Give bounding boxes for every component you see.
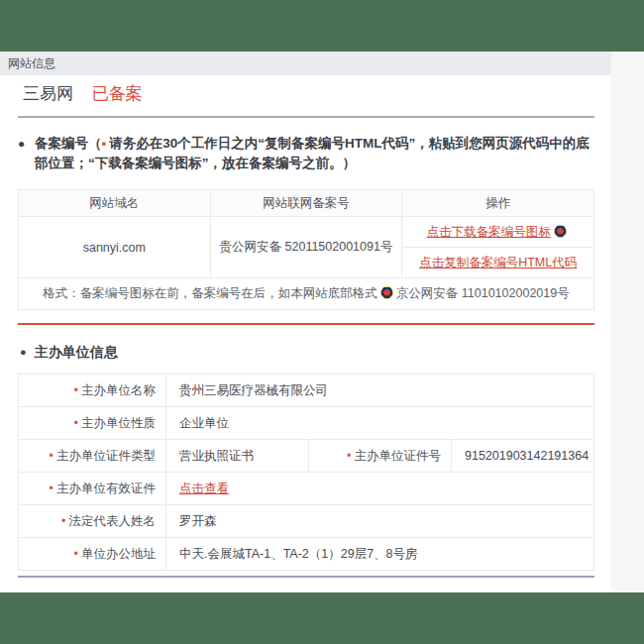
site-name: 三易网 (23, 84, 73, 103)
table-row: •单位办公地址 中天.会展城TA-1、TA-2（1）29层7、8号房 (19, 538, 594, 571)
divider-red (18, 323, 594, 325)
copy-html-link[interactable]: 点击复制备案编号HTML代码 (419, 256, 577, 269)
org-nature-label-cell: •主办单位性质 (19, 407, 166, 440)
col-header-domain: 网站域名 (19, 190, 211, 217)
red-dot-icon: • (74, 416, 78, 430)
office-address-label-cell: •单位办公地址 (19, 538, 166, 571)
site-info-card: 网站信息 三易网 已备案 ● 备案编号（•请务必在30个工作日之内“复制备案编号… (0, 52, 611, 592)
filing-status-badge: 已备案 (92, 84, 143, 103)
card-header: 网站信息 (0, 52, 611, 75)
domain-cell: sannyi.com (19, 217, 211, 278)
col-header-actions: 操作 (402, 190, 594, 217)
top-green-bar (0, 0, 644, 52)
org-nature-label: 主办单位性质 (81, 416, 156, 430)
cert-number-label: 主办单位证件号 (355, 449, 442, 463)
cert-number-value: 915201903142191364 (452, 440, 594, 473)
red-dot-icon: • (74, 547, 78, 561)
legal-rep-label: 法定代表人姓名 (69, 514, 157, 528)
filing-format-row: 格式：备案编号图标在前，备案编号在后，如本网站底部格式京公网安备 1101010… (19, 278, 594, 310)
cert-number-label-cell: •主办单位证件号 (309, 440, 452, 473)
bullet-icon: ● (18, 134, 25, 154)
valid-cert-label: 主办单位有效证件 (56, 482, 156, 495)
red-dot-icon: • (50, 449, 54, 463)
filing-table-header-row: 网站域名 网站联网备案号 操作 (19, 190, 594, 217)
cert-type-value: 营业执照证书 (166, 440, 309, 473)
organizer-section-title: ●主办单位信息 (18, 342, 594, 362)
cert-type-label-cell: •主办单位证件类型 (19, 440, 166, 473)
site-title-row: 三易网 已备案 (18, 83, 594, 105)
legal-rep-label-cell: •法定代表人姓名 (19, 505, 166, 538)
card-body: 三易网 已备案 ● 备案编号（•请务必在30个工作日之内“复制备案编号HTML代… (0, 83, 611, 578)
valid-cert-value-cell: 点击查看 (166, 473, 594, 505)
legal-rep-value: 罗开森 (166, 505, 594, 538)
card-header-title: 网站信息 (8, 56, 55, 70)
bullet-icon: ● (20, 346, 27, 358)
cert-type-label: 主办单位证件类型 (56, 449, 156, 463)
red-dot-icon: • (61, 514, 65, 528)
divider-blue (18, 576, 594, 578)
table-row: •主办单位名称 贵州三易医疗器械有限公司 (19, 375, 594, 407)
download-badge-link[interactable]: 点击下载备案编号图标 (427, 225, 551, 239)
table-row: •法定代表人姓名 罗开森 (19, 505, 594, 538)
filing-number-notice: ● 备案编号（•请务必在30个工作日之内“复制备案编号HTML代码”，粘贴到您网… (18, 134, 594, 173)
view-certificate-link[interactable]: 点击查看 (179, 482, 229, 495)
valid-cert-label-cell: •主办单位有效证件 (19, 473, 166, 505)
format-note-suffix: 京公网安备 11010102002019号 (396, 286, 570, 300)
red-dot-icon: • (102, 136, 107, 151)
red-dot-icon: • (74, 383, 78, 397)
filing-table: 网站域名 网站联网备案号 操作 sannyi.com 贵公网安备 5201150… (18, 189, 594, 310)
org-nature-value: 企业单位 (166, 407, 594, 440)
office-address-value: 中天.会展城TA-1、TA-2（1）29层7、8号房 (166, 538, 594, 571)
office-address-label: 单位办公地址 (81, 547, 156, 561)
police-badge-icon (554, 225, 567, 238)
action-copy-cell: 点击复制备案编号HTML代码 (402, 248, 594, 278)
filing-table-data-row: sannyi.com 贵公网安备 52011502001091号 点击下载备案编… (19, 217, 594, 248)
red-dot-icon: • (50, 482, 54, 495)
format-note-prefix: 格式：备案编号图标在前，备案编号在后，如本网站底部格式 (43, 286, 377, 300)
notice-body: 请务必在30个工作日之内“复制备案编号HTML代码”，粘贴到您网页源代码中的底部… (35, 136, 590, 170)
police-badge-icon (380, 286, 393, 299)
org-name-value: 贵州三易医疗器械有限公司 (166, 375, 594, 407)
table-row: •主办单位证件类型 营业执照证书 •主办单位证件号 91520190314219… (19, 440, 594, 473)
red-dot-icon: • (347, 449, 351, 463)
bottom-green-bar (0, 592, 644, 644)
organizer-section-title-text: 主办单位信息 (35, 344, 118, 360)
table-row: •主办单位有效证件 点击查看 (19, 473, 594, 505)
notice-prefix: 备案编号（ (35, 136, 102, 151)
format-note-cell: 格式：备案编号图标在前，备案编号在后，如本网站底部格式京公网安备 1101010… (19, 278, 594, 310)
action-download-cell: 点击下载备案编号图标 (402, 217, 594, 248)
filing-number-cell: 贵公网安备 52011502001091号 (210, 217, 402, 278)
organizer-table: •主办单位名称 贵州三易医疗器械有限公司 •主办单位性质 企业单位 •主办单位证… (18, 374, 594, 571)
table-row: •主办单位性质 企业单位 (19, 407, 594, 440)
org-name-label-cell: •主办单位名称 (19, 375, 166, 407)
divider-gray (18, 116, 594, 118)
org-name-label: 主办单位名称 (81, 383, 156, 397)
notice-text: 备案编号（•请务必在30个工作日之内“复制备案编号HTML代码”，粘贴到您网页源… (35, 136, 590, 170)
col-header-filing-number: 网站联网备案号 (210, 190, 402, 217)
